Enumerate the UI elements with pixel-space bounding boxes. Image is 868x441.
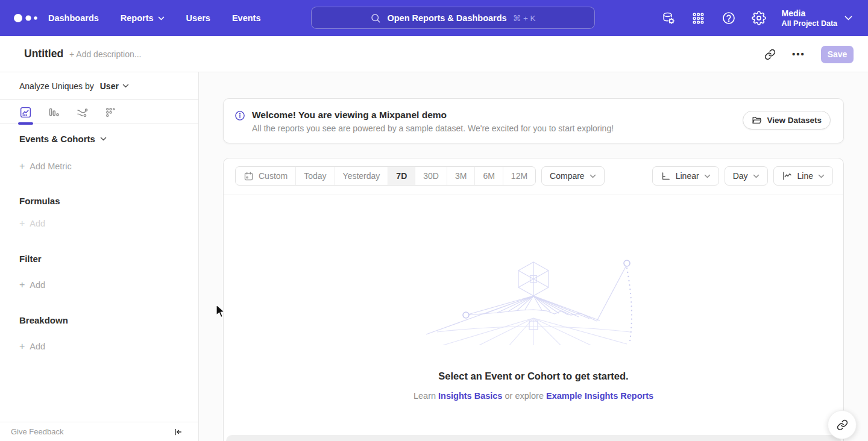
- report-title[interactable]: Untitled: [24, 48, 63, 60]
- tab-flows[interactable]: [76, 106, 89, 119]
- folder-icon: [752, 115, 762, 125]
- add-breakdown-label: Add: [30, 342, 45, 351]
- nav-reports[interactable]: Reports: [121, 13, 165, 23]
- help-icon[interactable]: [722, 11, 736, 25]
- apps-grid-icon[interactable]: [691, 11, 706, 25]
- formulas-label: Formulas: [19, 196, 60, 206]
- share-link-fab[interactable]: [828, 410, 857, 439]
- chevron-down-icon: [753, 174, 760, 178]
- chevron-down-icon: [704, 174, 711, 178]
- dots-grid-icon: [104, 106, 117, 119]
- add-description-field[interactable]: + Add description...: [69, 49, 141, 59]
- project-switcher[interactable]: Media All Project Data: [782, 8, 852, 28]
- add-metric-button[interactable]: + Add Metric: [19, 161, 72, 172]
- axes-icon: [661, 171, 671, 181]
- nav-events[interactable]: Events: [232, 13, 261, 23]
- date-range-custom[interactable]: Custom: [236, 167, 295, 185]
- explore-middle-text: or explore: [505, 391, 543, 401]
- project-name: Media: [782, 8, 837, 19]
- filter-section: Filter: [19, 254, 42, 264]
- example-reports-link[interactable]: Example Insights Reports: [546, 391, 653, 401]
- copy-link-button[interactable]: [763, 48, 776, 61]
- data-management-icon[interactable]: [661, 11, 676, 25]
- nav-dashboards-label: Dashboards: [48, 13, 99, 23]
- project-scope: All Project Data: [782, 19, 837, 28]
- date-range-yesterday-label: Yesterday: [343, 171, 380, 181]
- tab-retention[interactable]: [104, 106, 117, 119]
- empty-state-illustration: [419, 255, 648, 345]
- insights-basics-link[interactable]: Insights Basics: [438, 391, 502, 401]
- date-range-3m[interactable]: 3M: [447, 167, 474, 185]
- date-range-yesterday[interactable]: Yesterday: [335, 167, 388, 185]
- date-range-today-label: Today: [304, 171, 326, 181]
- chevron-down-icon: [100, 137, 107, 141]
- search-shortcut: ⌘ + K: [513, 13, 536, 23]
- chevron-down-icon: [818, 174, 825, 178]
- give-feedback-link[interactable]: Give Feedback: [11, 427, 63, 436]
- main-content: Welcome! You are viewing a Mixpanel demo…: [199, 72, 868, 441]
- date-range-custom-label: Custom: [259, 171, 288, 181]
- sidebar-footer: Give Feedback: [0, 422, 198, 441]
- add-metric-label: Add Metric: [30, 161, 71, 171]
- scale-dropdown[interactable]: Linear: [652, 166, 719, 186]
- chart-type-label: Line: [797, 171, 813, 181]
- date-range-12m[interactable]: 12M: [503, 167, 535, 185]
- nav-reports-label: Reports: [121, 13, 154, 23]
- settings-gear-icon[interactable]: [752, 11, 766, 25]
- analyze-label: Analyze Uniques by: [19, 81, 94, 91]
- chart-display-controls: Linear Day Line: [652, 166, 833, 186]
- add-formula-button[interactable]: + Add: [19, 218, 45, 229]
- report-canvas: Custom Today Yesterday 7D 30D 3M 6M 12M …: [223, 158, 844, 441]
- nav-users[interactable]: Users: [186, 13, 210, 23]
- view-datasets-button[interactable]: View Datasets: [743, 111, 831, 130]
- chevron-down-icon: [122, 84, 129, 88]
- visualization-tabs: [0, 101, 198, 124]
- add-filter-button[interactable]: + Add: [19, 280, 45, 290]
- save-button[interactable]: Save: [821, 46, 854, 63]
- banner-title: Welcome! You are viewing a Mixpanel demo: [252, 109, 614, 121]
- link-icon: [837, 419, 848, 431]
- nav-dashboards[interactable]: Dashboards: [48, 13, 99, 23]
- add-breakdown-button[interactable]: + Add: [19, 341, 45, 352]
- primary-nav: Dashboards Reports Users Events: [48, 0, 260, 36]
- chevron-down-icon: [158, 16, 165, 20]
- events-cohorts-section[interactable]: Events & Cohorts: [19, 134, 107, 144]
- date-range-7d[interactable]: 7D: [388, 167, 415, 185]
- empty-state-title: Select an Event or Cohort to get started…: [224, 371, 843, 382]
- line-chart-icon: [782, 170, 793, 181]
- insights-chart-icon: [19, 106, 32, 119]
- compare-button[interactable]: Compare: [541, 166, 605, 186]
- welcome-banner: Welcome! You are viewing a Mixpanel demo…: [223, 98, 844, 143]
- collapse-left-icon: [173, 427, 183, 437]
- collapse-sidebar-button[interactable]: [173, 427, 183, 437]
- filter-label: Filter: [19, 254, 42, 264]
- view-datasets-label: View Datasets: [767, 116, 822, 125]
- date-range-selector: Custom Today Yesterday 7D 30D 3M 6M 12M: [235, 166, 536, 186]
- analyze-uniques-row: Analyze Uniques by User: [0, 72, 198, 100]
- tab-bar-chart[interactable]: [48, 106, 60, 119]
- global-search-button[interactable]: Open Reports & Dashboards ⌘ + K: [311, 7, 595, 29]
- plus-icon: +: [19, 218, 25, 229]
- search-icon: [370, 13, 381, 23]
- date-range-6m[interactable]: 6M: [474, 167, 502, 185]
- plus-icon: +: [19, 341, 25, 352]
- nav-users-label: Users: [186, 13, 210, 23]
- interval-dropdown[interactable]: Day: [725, 166, 768, 186]
- date-range-today[interactable]: Today: [295, 167, 334, 185]
- analyze-by-dropdown[interactable]: User: [100, 81, 129, 91]
- ellipsis-icon: •••: [792, 51, 805, 57]
- toolbar-divider: [224, 195, 843, 195]
- flows-icon: [76, 106, 89, 119]
- banner-subtitle: All the reports you see are powered by a…: [252, 121, 614, 136]
- tab-insights[interactable]: [19, 106, 32, 119]
- date-range-7d-label: 7D: [396, 171, 407, 181]
- report-header-bar: Untitled + Add description... ••• Save: [0, 36, 868, 72]
- chart-type-dropdown[interactable]: Line: [773, 166, 833, 186]
- date-range-30d[interactable]: 30D: [415, 167, 447, 185]
- more-options-button[interactable]: •••: [792, 48, 805, 61]
- info-icon: [234, 110, 245, 121]
- formulas-section: Formulas: [19, 196, 60, 206]
- plus-icon: +: [19, 280, 25, 290]
- empty-state-links: Learn Insights Basics or explore Example…: [224, 391, 843, 401]
- mixpanel-logo-icon[interactable]: [13, 12, 42, 24]
